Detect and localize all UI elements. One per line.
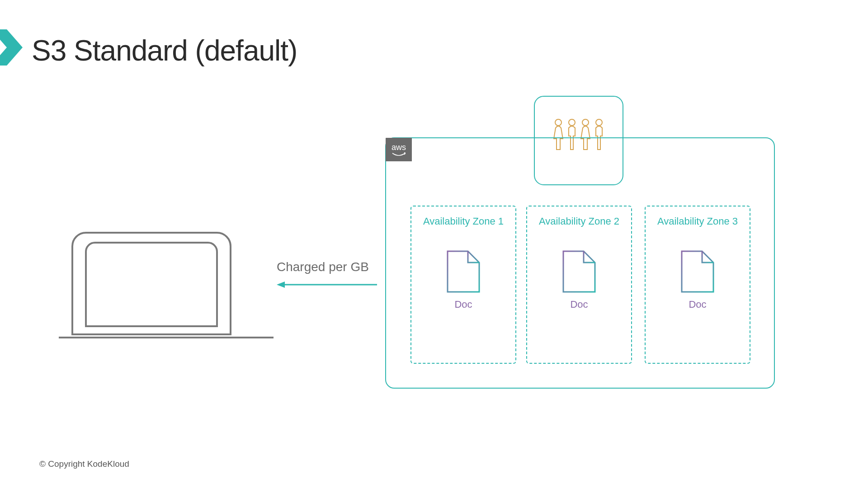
doc-label: Doc	[570, 299, 588, 310]
laptop-icon	[59, 228, 274, 341]
doc-label: Doc	[689, 299, 706, 310]
doc-label: Doc	[454, 299, 472, 310]
arrow-label: Charged per GB	[277, 260, 369, 274]
az-label: Availability Zone 2	[527, 216, 631, 227]
availability-zone-1: Availability Zone 1 Doc	[410, 206, 516, 364]
arrow-left-icon	[277, 280, 376, 281]
availability-zone-2: Availability Zone 2 Doc	[526, 206, 632, 364]
doc-icon: Doc	[527, 249, 631, 310]
aws-tag: aws	[386, 138, 412, 161]
svg-marker-3	[277, 282, 285, 288]
copyright: © Copyright KodeKloud	[39, 459, 129, 469]
az-label: Availability Zone 1	[411, 216, 515, 227]
page-title: S3 Standard (default)	[32, 34, 297, 67]
availability-zone-3: Availability Zone 3 Doc	[645, 206, 750, 364]
aws-label: aws	[392, 143, 406, 151]
svg-marker-0	[0, 29, 23, 66]
doc-icon: Doc	[411, 249, 515, 310]
az-label: Availability Zone 3	[646, 216, 750, 227]
doc-icon: Doc	[646, 249, 750, 310]
aws-smile-icon	[392, 152, 406, 156]
